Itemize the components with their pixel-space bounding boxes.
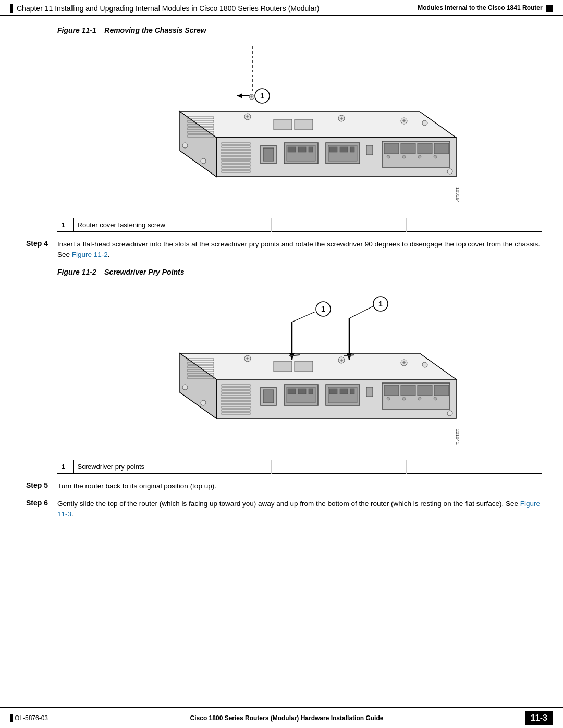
figure-2-label-row: 1 Screwdriver pry points [57,460,542,473]
svg-point-58 [402,155,406,158]
figure-2-svg: 1 1 121041 [123,280,477,458]
svg-rect-45 [309,147,313,152]
figure-2-image: 1 1 121041 [123,280,477,458]
svg-rect-44 [298,147,306,152]
svg-point-117 [434,397,437,400]
figure-2-title: Figure 11-2 Screwdriver Pry Points [57,268,542,276]
header-chapter-text: Chapter 11 Installing and Upgrading Inte… [17,4,320,13]
step-4-text-after: . [108,251,110,258]
svg-rect-110 [384,385,399,396]
step-4-label: Step 4 [26,239,52,261]
figure-1-image: 1 [123,39,477,216]
svg-point-119 [182,385,188,390]
figure-2-title-label: Screwdriver Pry Points [104,268,184,276]
svg-point-115 [402,397,406,400]
step-5-label: Step 5 [26,481,52,491]
svg-rect-56 [434,143,449,154]
footer-left-bar [10,714,13,722]
svg-marker-65 [180,353,456,379]
svg-rect-27 [274,119,292,130]
figure-2-empty-1 [271,460,407,473]
svg-rect-101 [298,389,306,394]
svg-text:103164: 103164 [455,187,460,203]
svg-point-63 [201,158,206,164]
figure-1-title-prefix: Figure 11-1 [57,26,96,34]
svg-rect-50 [350,147,354,152]
svg-rect-107 [350,389,354,394]
figure-1-empty-1 [271,218,407,232]
svg-rect-49 [340,147,348,152]
figure-1-section: Figure 11-1 Removing the Chassis Screw 1 [57,26,542,232]
svg-rect-84 [274,361,292,372]
footer-right: 11-3 [525,711,553,725]
svg-line-128 [349,306,373,318]
figure-2-section: Figure 11-2 Screwdriver Pry Points [57,268,542,474]
page-header: Chapter 11 Installing and Upgrading Inte… [0,0,563,16]
svg-rect-105 [329,389,337,394]
step-5-text: Turn the router back to its original pos… [57,481,542,491]
footer-page-number: 11-3 [525,711,553,725]
step-4-text-before: Insert a flat-head screwdriver into the … [57,240,540,258]
svg-point-26 [422,120,427,126]
main-content: Figure 11-1 Removing the Chassis Screw 1 [0,16,563,532]
svg-text:1: 1 [260,92,264,100]
svg-rect-108 [366,387,373,397]
footer-ol-number: OL-5876-03 [15,714,48,722]
header-right-bar [546,5,553,12]
svg-point-62 [182,143,188,148]
step-6-block: Step 6 Gently slide the top of the route… [26,499,542,520]
figure-2-label-table: 1 Screwdriver pry points [57,460,542,474]
figure-1-empty-2 [407,218,542,232]
svg-rect-28 [295,119,313,130]
svg-rect-100 [288,389,296,394]
step-6-text-before: Gently slide the top of the router (whic… [57,500,520,508]
step-5-block: Step 5 Turn the router back to its origi… [26,481,542,491]
svg-point-116 [418,397,421,400]
svg-rect-111 [401,385,415,396]
footer-left: OL-5876-03 [10,714,48,722]
svg-point-61 [447,169,452,174]
svg-text:1: 1 [321,305,325,313]
figure-1-title-label: Removing the Chassis Screw [104,26,206,34]
footer-center: Cisco 1800 Series Routers (Modular) Hard… [190,714,384,722]
figure-1-title: Figure 11-1 Removing the Chassis Screw [57,26,542,34]
figure-1-label-num: 1 [57,218,73,232]
header-right-text: Modules Internal to the Cisco 1841 Route… [418,4,542,11]
figure-1-svg: 1 [123,39,477,216]
page-footer: OL-5876-03 Cisco 1800 Series Routers (Mo… [0,707,563,728]
step-4-text: Insert a flat-head screwdriver into the … [57,239,542,261]
svg-rect-55 [418,143,432,154]
svg-point-83 [422,362,427,367]
figure-1-label-table: 1 Router cover fastening screw [57,218,542,232]
svg-rect-85 [295,361,313,372]
step-4-block: Step 4 Insert a flat-head screwdriver in… [26,239,542,261]
svg-line-123 [292,312,315,322]
svg-rect-102 [309,389,313,394]
figure-1-label-text: Router cover fastening screw [73,218,271,232]
svg-rect-97 [263,390,274,403]
figure-2-label-num: 1 [57,460,73,473]
svg-rect-53 [384,143,399,154]
svg-rect-54 [401,143,415,154]
svg-rect-40 [263,148,274,161]
step-6-text: Gently slide the top of the router (whic… [57,499,542,520]
svg-text:1: 1 [378,300,383,308]
header-right: Modules Internal to the Cisco 1841 Route… [418,4,553,12]
svg-rect-51 [366,145,373,155]
step-6-label: Step 6 [26,499,52,520]
svg-point-114 [387,397,390,400]
svg-rect-106 [340,389,348,394]
svg-text:121041: 121041 [455,429,460,445]
figure-11-2-link[interactable]: Figure 11-2 [72,251,108,258]
svg-rect-113 [434,385,449,396]
figure-2-label-text: Screwdriver pry points [73,460,271,473]
svg-point-118 [447,411,452,416]
header-left-bar [10,4,13,13]
svg-rect-112 [418,385,432,396]
svg-marker-5 [180,112,456,138]
figure-2-empty-2 [407,460,542,473]
svg-rect-43 [288,147,296,152]
svg-point-57 [387,155,390,158]
step-6-text-after: . [71,510,74,518]
svg-point-120 [201,400,206,405]
